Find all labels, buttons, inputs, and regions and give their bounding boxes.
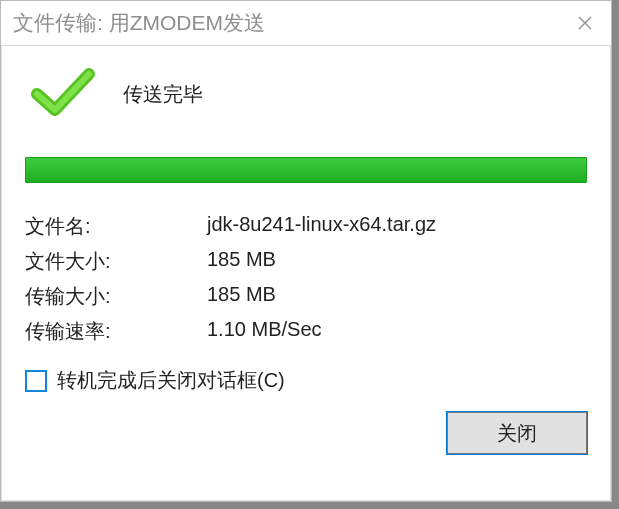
filename-label: 文件名: — [25, 213, 207, 240]
rate-label: 传输速率: — [25, 318, 207, 345]
progress-bar — [25, 157, 587, 183]
close-when-done-label: 转机完成后关闭对话框(C) — [57, 367, 285, 394]
filename-value: jdk-8u241-linux-x64.tar.gz — [207, 213, 587, 240]
close-when-done-option[interactable]: 转机完成后关闭对话框(C) — [25, 367, 587, 394]
close-icon[interactable] — [569, 7, 601, 39]
close-button-label: 关闭 — [497, 420, 537, 447]
checkmark-icon — [31, 66, 95, 123]
progress-fill — [26, 158, 586, 182]
filesize-value: 185 MB — [207, 248, 587, 275]
info-grid: 文件名: jdk-8u241-linux-x64.tar.gz 文件大小: 18… — [25, 213, 587, 345]
rate-value: 1.10 MB/Sec — [207, 318, 587, 345]
status-row: 传送完毕 — [25, 66, 587, 123]
dialog-client: 传送完毕 文件名: jdk-8u241-linux-x64.tar.gz 文件大… — [1, 46, 611, 501]
dialog-footer: 关闭 — [25, 394, 587, 454]
status-text: 传送完毕 — [123, 81, 203, 108]
checkbox-icon[interactable] — [25, 370, 47, 392]
close-button[interactable]: 关闭 — [447, 412, 587, 454]
filesize-label: 文件大小: — [25, 248, 207, 275]
transfersize-label: 传输大小: — [25, 283, 207, 310]
transfersize-value: 185 MB — [207, 283, 587, 310]
window-title: 文件传输: 用ZMODEM发送 — [13, 9, 569, 37]
dialog-window: 文件传输: 用ZMODEM发送 传送完毕 文件名: jdk-8u241-linu… — [0, 0, 612, 502]
titlebar: 文件传输: 用ZMODEM发送 — [1, 1, 611, 46]
